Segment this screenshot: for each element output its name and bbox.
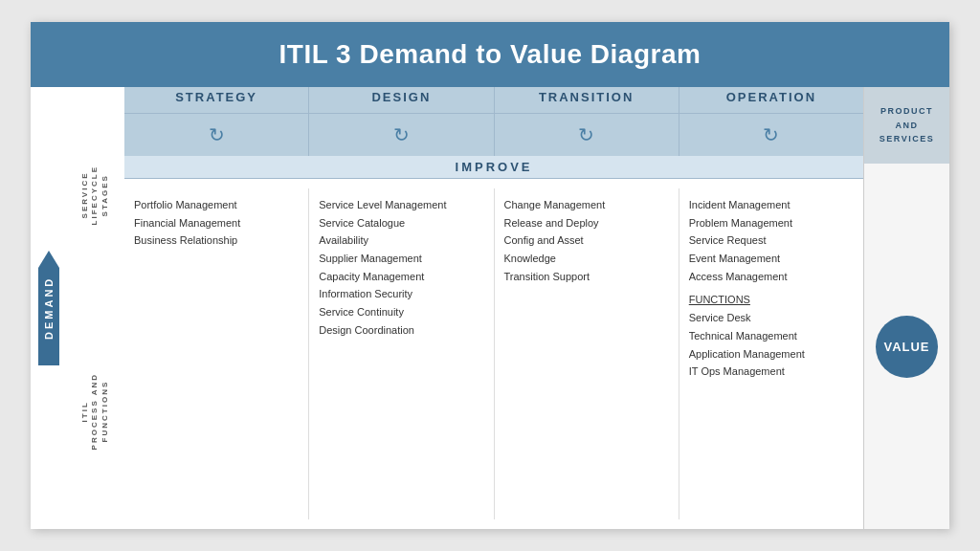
strategy-item-3: Business Relationship	[134, 231, 299, 250]
process-row: Portfolio Management Financial Managemen…	[124, 179, 863, 529]
improve-label: IMPROVE	[456, 160, 533, 174]
transition-cycle-icon: ↻	[578, 123, 594, 146]
right-panel: PRODUCTANDSERVICES VALUE	[863, 87, 949, 529]
left-labels: SERVICELIFECYCLESTAGES ITILPROCESS ANDFU…	[67, 87, 124, 529]
design-process-cell: Service Level Management Service Catalog…	[309, 188, 494, 519]
design-item-7: Service Continuity	[319, 303, 483, 321]
stages-icon-row: ↻ ↻ ↻ ↻	[124, 114, 863, 156]
value-section: VALUE	[876, 164, 938, 529]
strategy-cycle-icon: ↻	[209, 123, 225, 146]
strategy-process-cell: Portfolio Management Financial Managemen…	[124, 188, 309, 519]
operation-func-3: Application Management	[689, 345, 854, 364]
operation-item-4: Event Management	[689, 250, 854, 268]
design-item-1: Service Level Management	[319, 196, 483, 214]
design-cycle-icon: ↻	[393, 123, 410, 146]
transition-process-cell: Change Management Release and Deploy Con…	[495, 188, 679, 519]
stage-cell-transition-label: TRANSITION	[495, 87, 679, 113]
design-item-8: Design Coordination	[319, 321, 483, 340]
operation-process-cell: Incident Management Problem Management S…	[679, 188, 863, 519]
process-functions-label: ITILPROCESS ANDFUNCTIONS	[80, 373, 110, 450]
product-services-box: PRODUCTANDSERVICES	[864, 87, 949, 164]
operation-item-5: Access Management	[689, 268, 854, 286]
main-area: DEMAND SERVICELIFECYCLESTAGES ITILPROCES…	[31, 87, 949, 529]
transition-item-5: Transition Support	[504, 268, 669, 286]
transition-label: TRANSITION	[539, 90, 634, 104]
design-item-5: Capacity Management	[319, 268, 483, 286]
value-circle: VALUE	[876, 316, 938, 378]
slide: ITIL 3 Demand to Value Diagram DEMAND SE…	[31, 22, 949, 529]
demand-arrow: DEMAND	[38, 251, 59, 365]
lifecycle-stages-label: SERVICELIFECYCLESTAGES	[80, 165, 110, 225]
main-title: ITIL 3 Demand to Value Diagram	[279, 39, 702, 69]
title-bar: ITIL 3 Demand to Value Diagram	[31, 22, 949, 87]
operation-item-1: Incident Management	[689, 196, 854, 214]
strategy-item-2: Financial Management	[134, 214, 299, 232]
design-item-6: Information Security	[319, 285, 483, 303]
design-item-2: Service Catalogue	[319, 214, 483, 232]
transition-item-2: Release and Deploy	[504, 214, 669, 232]
strategy-item-1: Portfolio Management	[134, 196, 299, 214]
operation-func-2: Technical Management	[689, 327, 854, 345]
stage-cell-operation-label: OPERATION	[679, 87, 863, 113]
product-services-text: PRODUCTANDSERVICES	[880, 104, 934, 145]
value-label: VALUE	[883, 340, 929, 354]
demand-label: DEMAND	[43, 276, 55, 340]
design-item-4: Supplier Management	[319, 250, 483, 268]
functions-underline-label: FUNCTIONS	[689, 291, 854, 309]
improve-row: IMPROVE	[124, 156, 863, 179]
strategy-label: STRATEGY	[175, 90, 257, 104]
stage-cell-strategy-label: STRATEGY	[124, 87, 309, 113]
design-item-3: Availability	[319, 231, 483, 250]
design-icon-cell: ↻	[309, 114, 494, 156]
stage-cell-design-label: DESIGN	[309, 87, 494, 113]
operation-icon-cell: ↻	[679, 114, 863, 156]
transition-icon-cell: ↻	[495, 114, 679, 156]
operation-label: OPERATION	[726, 90, 816, 104]
design-label: DESIGN	[371, 90, 431, 104]
operation-cycle-icon: ↻	[763, 123, 779, 146]
operation-item-3: Service Request	[689, 231, 854, 250]
transition-item-3: Config and Asset	[504, 231, 669, 250]
lifecycle-label-row: STRATEGY DESIGN TRANSITION OPERATION	[124, 87, 863, 114]
operation-func-1: Service Desk	[689, 309, 854, 327]
operation-item-2: Problem Management	[689, 214, 854, 232]
strategy-icon-cell: ↻	[124, 114, 309, 156]
operation-func-4: IT Ops Management	[689, 363, 854, 381]
transition-item-1: Change Management	[504, 196, 669, 214]
transition-item-4: Knowledge	[504, 250, 669, 268]
demand-arrow-container: DEMAND	[31, 87, 67, 529]
content-area: STRATEGY DESIGN TRANSITION OPERATION ↻ ↻	[124, 87, 863, 529]
